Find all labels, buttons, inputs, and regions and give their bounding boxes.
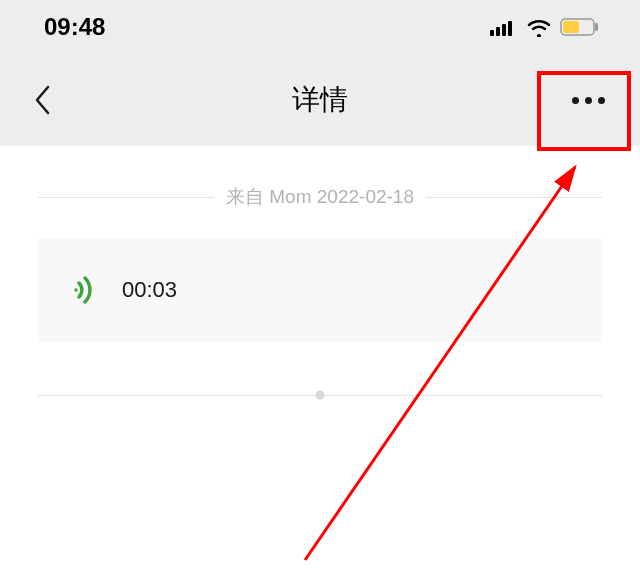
page-title: 详情 bbox=[0, 81, 640, 119]
cellular-icon bbox=[490, 18, 518, 36]
more-button[interactable] bbox=[558, 78, 618, 122]
section-divider bbox=[38, 390, 602, 400]
meta-row: 来自 Mom 2022-02-18 bbox=[38, 184, 602, 210]
status-icons bbox=[490, 17, 600, 37]
divider-line bbox=[38, 197, 214, 198]
more-dots-icon bbox=[572, 97, 579, 104]
svg-rect-6 bbox=[563, 21, 579, 33]
voice-duration: 00:03 bbox=[122, 277, 177, 303]
divider-line bbox=[426, 197, 602, 198]
svg-rect-2 bbox=[502, 24, 506, 36]
divider-dot-icon bbox=[316, 391, 325, 400]
status-bar: 09:48 bbox=[0, 0, 640, 54]
battery-icon bbox=[560, 18, 600, 36]
sound-wave-icon bbox=[68, 273, 102, 307]
status-time: 09:48 bbox=[44, 13, 105, 41]
svg-rect-3 bbox=[508, 21, 512, 36]
content-area: 来自 Mom 2022-02-18 00:03 bbox=[0, 146, 640, 400]
svg-rect-0 bbox=[490, 30, 494, 36]
nav-bar: 详情 bbox=[0, 54, 640, 146]
voice-message[interactable]: 00:03 bbox=[38, 238, 602, 342]
meta-from-label: 来自 Mom 2022-02-18 bbox=[226, 184, 414, 210]
back-button[interactable] bbox=[20, 78, 64, 122]
svg-rect-1 bbox=[496, 27, 500, 36]
chevron-left-icon bbox=[33, 84, 51, 116]
wifi-icon bbox=[526, 17, 552, 37]
svg-rect-5 bbox=[595, 23, 598, 31]
